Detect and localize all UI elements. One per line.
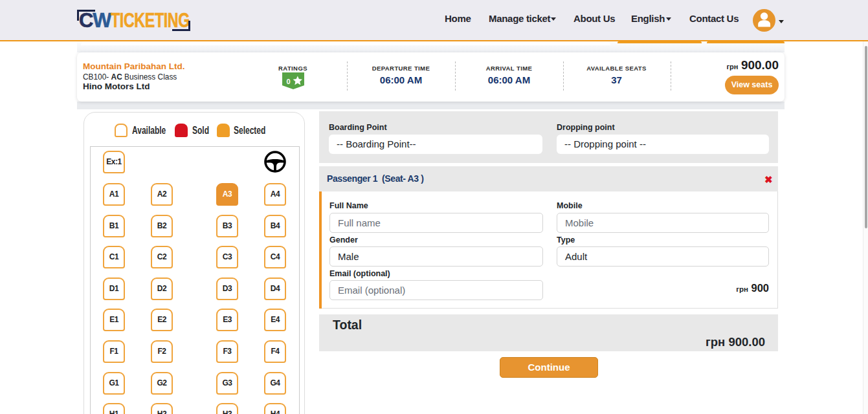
svg-text:0: 0 [287,78,291,85]
